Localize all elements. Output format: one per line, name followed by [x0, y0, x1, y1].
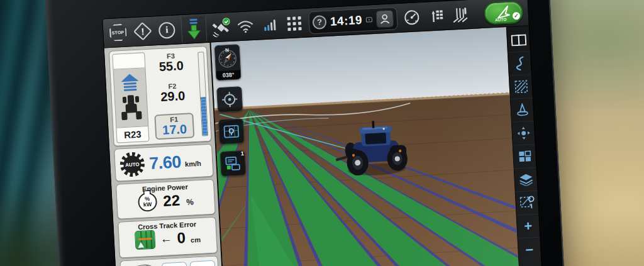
cross-track-value: 0	[177, 229, 186, 247]
boundary-button[interactable]	[509, 75, 533, 99]
check-icon: ✓	[513, 11, 521, 19]
aux-assignment-b1[interactable]: N B1	[162, 262, 189, 266]
gps-status-button[interactable]	[211, 17, 231, 37]
transmission-card[interactable]: R23 F3 55.0 F2 29.0	[109, 46, 212, 147]
field-locate-button[interactable]	[515, 191, 539, 216]
warning-glyph: !	[140, 26, 144, 36]
engine-power-value: 22	[163, 192, 180, 210]
info-glyph: i	[165, 25, 169, 35]
telemetry-panel: R23 F3 55.0 F2 29.0	[104, 43, 225, 266]
gear-value: 17.0	[162, 123, 187, 137]
layers-button[interactable]	[514, 168, 538, 192]
plus-icon: +	[524, 219, 533, 233]
field-guidance-icon	[135, 230, 156, 250]
shuttle-display: R23	[112, 52, 149, 143]
info-button[interactable]: i	[157, 20, 177, 40]
signal-bars-icon	[264, 19, 276, 31]
field-boundary-icon	[514, 79, 528, 94]
field-map-button[interactable]	[218, 118, 245, 145]
right-icons	[402, 4, 470, 27]
field-scene	[211, 27, 519, 266]
auto-label: AUTO	[486, 16, 516, 23]
arrow-list-icon	[428, 8, 444, 24]
signal-strength-button[interactable]	[260, 14, 280, 35]
speed-card[interactable]: AUTO 7.60 km/h	[114, 144, 214, 182]
camera-icon	[366, 17, 372, 23]
implement-button[interactable]	[451, 4, 471, 25]
forward-arrow-icon	[119, 74, 142, 94]
vehicle-move-button[interactable]	[511, 121, 535, 146]
help-glyph: ?	[317, 17, 323, 26]
gear-row: F3 55.0	[158, 52, 184, 74]
terminal-display: STOP ! i	[44, 0, 565, 266]
stop-octagon-icon: STOP	[109, 24, 126, 42]
target-icon	[221, 91, 238, 108]
wifi-icon	[237, 19, 254, 33]
clock-time: 14:19	[330, 13, 362, 28]
info-icon: i	[158, 21, 175, 38]
run-screens-button[interactable]	[426, 6, 447, 26]
terminal-screen: STOP ! i	[103, 0, 542, 266]
zoom-out-button[interactable]: −	[518, 238, 541, 262]
clock-group: ? 14:19	[308, 7, 398, 34]
cross-track-direction: ←	[160, 231, 172, 246]
vehicle-arrows-icon	[516, 126, 531, 140]
gear-value: 29.0	[160, 89, 186, 104]
split-view-icon	[511, 34, 526, 46]
stop-button[interactable]: STOP	[108, 23, 128, 43]
wifi-status-button[interactable]	[235, 16, 255, 36]
performance-button[interactable]	[402, 8, 422, 28]
power-icon-bottom: kW	[143, 202, 152, 208]
engine-power-unit: %	[186, 197, 194, 207]
cross-track-unit: cm	[191, 235, 201, 243]
cross-track-row: ← 0 cm	[123, 227, 213, 250]
recenter-button[interactable]	[216, 86, 243, 113]
engine-power-card[interactable]: Engine Power % kW 22 %	[116, 179, 216, 219]
layers-icon	[519, 173, 533, 186]
tractor-silhouette-icon	[119, 93, 143, 122]
guidance-3d-view[interactable]: N 038°	[211, 27, 519, 266]
gear-range-fill	[201, 97, 208, 135]
warning-button[interactable]: !	[133, 21, 153, 42]
curve-guidance-button[interactable]	[508, 52, 531, 76]
user-profile-button[interactable]	[375, 9, 394, 28]
aux-assignment-b2[interactable]: N B2	[190, 260, 217, 266]
guidance-map-column: N 038°	[211, 27, 519, 266]
marker-button[interactable]	[510, 98, 534, 123]
power-icon: % kW	[138, 192, 158, 212]
gauge-icon	[403, 9, 420, 26]
speed-unit: km/h	[185, 160, 201, 168]
apps-menu-button[interactable]	[284, 13, 304, 33]
data-screen-button[interactable]: 1	[220, 150, 247, 177]
cab-photo: STOP ! i	[0, 0, 644, 266]
speed-value: 7.60	[149, 152, 182, 174]
gear-row-selected: F1 17.0	[154, 113, 195, 140]
gear-value: 55.0	[158, 59, 184, 74]
compass-icon: N	[216, 46, 239, 70]
compass-tile[interactable]: N 038°	[214, 44, 242, 80]
stop-label: STOP	[111, 30, 124, 35]
grid-menu-icon	[286, 16, 302, 31]
gear-row: F2 29.0	[160, 82, 186, 104]
data-import-button[interactable]	[180, 15, 207, 42]
main-content: R23 F3 55.0 F2 29.0	[104, 26, 543, 266]
minus-icon: −	[525, 243, 534, 257]
help-button[interactable]: ?	[312, 14, 326, 29]
zoom-in-button[interactable]: +	[516, 214, 540, 239]
joystick-icon: B1 B2	[123, 263, 160, 266]
alert-buttons: STOP ! i	[108, 20, 177, 43]
auto-guidance-engage-button[interactable]: AUTO ✓	[484, 0, 524, 25]
view-blocks-button[interactable]	[513, 145, 536, 169]
map-pin-icon	[223, 123, 240, 140]
compass-north-label: N	[225, 47, 229, 53]
cross-track-card[interactable]: Cross Track Error ← 0 cm	[118, 217, 218, 258]
shuttle-direction	[114, 68, 148, 127]
warning-icon: !	[133, 22, 152, 41]
field-pin-icon	[519, 196, 535, 210]
speed-mode-label: AUTO	[125, 162, 140, 168]
auto-gear-icon: AUTO	[118, 150, 146, 178]
split-view-button[interactable]	[507, 28, 531, 53]
shuttle-empty-box	[113, 53, 145, 70]
implement-icon	[452, 6, 470, 23]
green-download-arrow-icon	[186, 18, 202, 40]
